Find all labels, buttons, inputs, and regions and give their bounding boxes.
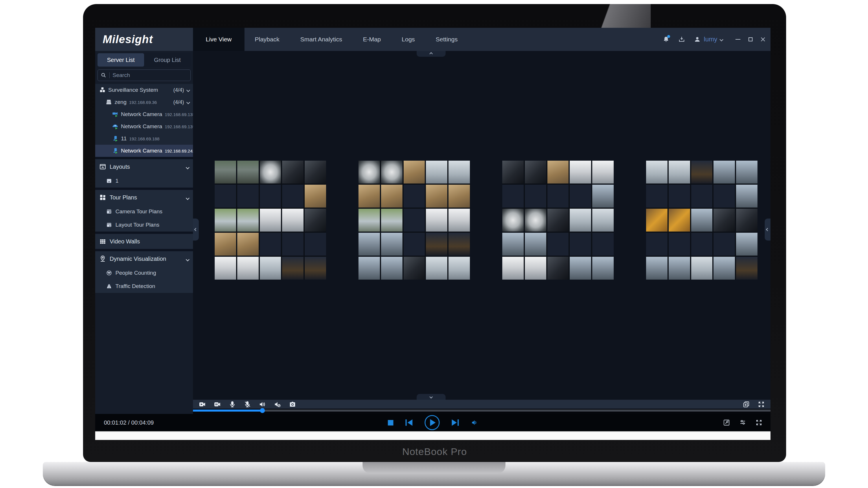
camera-tile[interactable] <box>691 209 713 232</box>
camera-tile[interactable] <box>282 161 304 184</box>
camera-tile[interactable] <box>426 209 447 232</box>
camera-tile[interactable] <box>359 257 380 280</box>
smart-tools-button[interactable] <box>723 419 730 426</box>
tab-logs[interactable]: Logs <box>391 28 425 51</box>
notification-bell-icon[interactable] <box>662 36 670 43</box>
tab-e-map[interactable]: E-Map <box>352 28 391 51</box>
camera-tile[interactable] <box>381 257 402 280</box>
tab-live-view[interactable]: Live View <box>193 28 245 51</box>
camera-tile[interactable] <box>381 233 402 255</box>
camera-tour-plans-item[interactable]: Camera Tour Plans <box>95 205 193 218</box>
camera-tile[interactable] <box>548 257 569 280</box>
camera-tile[interactable] <box>426 185 447 208</box>
camera-tile[interactable] <box>736 233 757 255</box>
tab-settings[interactable]: Settings <box>425 28 468 51</box>
camera-tile[interactable] <box>525 233 546 255</box>
play-button[interactable] <box>425 415 440 430</box>
camera-tile[interactable] <box>713 161 735 184</box>
layout-item-1[interactable]: 1 <box>95 174 193 188</box>
camera-tile[interactable] <box>237 209 259 232</box>
camera-tile[interactable] <box>426 257 447 280</box>
camera-tile[interactable] <box>669 257 690 280</box>
close-button[interactable] <box>761 37 765 42</box>
camera-tile[interactable] <box>305 209 326 232</box>
camera-tile[interactable] <box>448 161 470 184</box>
camera-tile[interactable] <box>570 257 591 280</box>
tree-row-camera-135[interactable]: Network Camera 192.168.69.135 <box>95 108 193 120</box>
camera-tile[interactable] <box>448 185 470 208</box>
audio-icon[interactable] <box>259 401 266 408</box>
collapse-right-handle[interactable] <box>765 218 771 241</box>
camera-tile[interactable] <box>448 257 470 280</box>
camera-tile[interactable] <box>359 185 380 208</box>
camera-tile[interactable] <box>570 209 591 232</box>
camera-tile[interactable] <box>592 185 614 208</box>
collapse-down-handle[interactable] <box>416 394 445 400</box>
stream-settings-button[interactable] <box>739 419 746 426</box>
chevron-down-icon[interactable] <box>186 88 190 92</box>
progress-handle[interactable] <box>260 408 265 413</box>
camera-tile[interactable] <box>215 257 236 280</box>
camera-tile[interactable] <box>305 161 326 184</box>
camera-tile[interactable] <box>260 257 281 280</box>
volume-button[interactable] <box>471 419 478 426</box>
camera-tile[interactable] <box>215 209 236 232</box>
tree-row-server-zeng[interactable]: zeng 192.168.69.36 (4/4) <box>95 96 193 108</box>
camera-tile[interactable] <box>404 257 425 280</box>
camera-tile[interactable] <box>404 161 425 184</box>
chevron[interactable] <box>186 163 189 170</box>
camera-tile[interactable] <box>736 257 757 280</box>
camera-tile[interactable] <box>381 161 402 184</box>
camera-tile[interactable] <box>592 209 614 232</box>
traffic-detection-item[interactable]: Traffic Detection <box>95 280 193 293</box>
tree-row-camera-139[interactable]: Network Camera 192.168.69.139 <box>95 120 193 132</box>
camera-tile[interactable] <box>215 233 236 255</box>
camera-tile[interactable] <box>502 209 524 232</box>
talk-icon[interactable] <box>229 401 236 408</box>
camera-tile[interactable] <box>502 257 524 280</box>
download-icon[interactable] <box>678 36 685 43</box>
camera-tile[interactable] <box>359 233 380 255</box>
camera-tile[interactable] <box>691 161 713 184</box>
camera-tile[interactable] <box>237 233 259 255</box>
progress-track[interactable] <box>193 409 771 411</box>
layout-tour-plans-item[interactable]: Layout Tour Plans <box>95 218 193 232</box>
chevron[interactable] <box>186 194 189 201</box>
camera-tile[interactable] <box>359 209 380 232</box>
people-counting-item[interactable]: People Counting <box>95 266 193 280</box>
camera-tile[interactable] <box>381 185 402 208</box>
snapshot-icon[interactable] <box>289 401 296 408</box>
chevron[interactable] <box>186 255 189 262</box>
minimize-button[interactable] <box>736 39 740 40</box>
camera-tile[interactable] <box>525 161 546 184</box>
record-icon[interactable] <box>199 401 206 408</box>
camera-tile[interactable] <box>260 209 281 232</box>
camera-tile[interactable] <box>736 161 757 184</box>
camera-tile[interactable] <box>359 161 380 184</box>
camera-tile[interactable] <box>736 209 757 232</box>
camera-tile[interactable] <box>691 257 713 280</box>
collapse-left-handle[interactable] <box>193 218 199 241</box>
camera-tile[interactable] <box>426 233 447 255</box>
video-walls-header[interactable]: Video Walls <box>95 234 193 249</box>
previous-button[interactable] <box>406 419 412 426</box>
camera-tile[interactable] <box>381 209 402 232</box>
tree-row-surveillance-system[interactable]: Surveillance System (4/4) <box>95 84 193 96</box>
fullscreen-button[interactable] <box>755 419 763 426</box>
camera-tile[interactable] <box>215 161 236 184</box>
tree-row-camera-242[interactable]: Network Camera 192.168.69.242 <box>95 145 193 157</box>
maximize-button[interactable] <box>748 37 752 41</box>
search-input[interactable] <box>113 72 187 79</box>
fullscreen-icon[interactable] <box>758 401 765 408</box>
camera-tile[interactable] <box>646 257 668 280</box>
stop-button[interactable] <box>388 420 394 425</box>
collapse-up-handle[interactable] <box>416 51 445 57</box>
camera-tile[interactable] <box>305 257 326 280</box>
camera-tile[interactable] <box>502 161 524 184</box>
camera-tile[interactable] <box>260 161 281 184</box>
camera-tile[interactable] <box>237 161 259 184</box>
talk-mute-icon[interactable] <box>244 401 251 408</box>
close-all-icon[interactable] <box>743 401 750 408</box>
camera-tile[interactable] <box>713 209 735 232</box>
chevron-down-icon[interactable] <box>186 100 190 104</box>
